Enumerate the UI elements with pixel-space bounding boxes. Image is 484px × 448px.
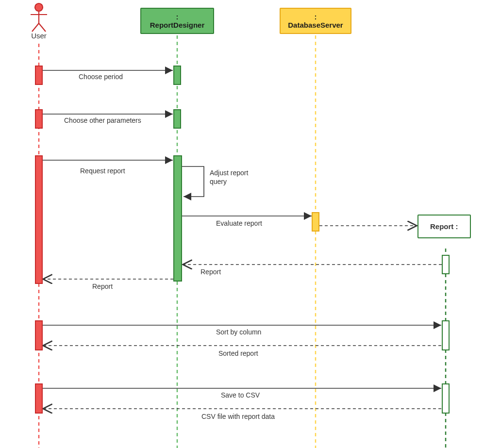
- activation-designer-3: [173, 155, 182, 282]
- message-choose-period: Choose period: [79, 73, 123, 81]
- activation-user-5: [35, 383, 43, 414]
- participant-user-label: User: [31, 32, 47, 40]
- activation-report-1: [442, 255, 450, 274]
- message-save-csv: Save to CSV: [221, 391, 260, 399]
- activation-user-4: [35, 320, 43, 350]
- svg-line-4: [39, 23, 46, 32]
- sequence-diagram: User : ReportDesigner : DatabaseServer R…: [0, 0, 484, 448]
- activation-report-3: [442, 383, 450, 414]
- actor-icon: [31, 3, 47, 32]
- activation-user-1: [35, 66, 43, 85]
- svg-line-3: [32, 23, 39, 32]
- message-choose-params: Choose other parameters: [64, 116, 141, 124]
- participant-report-designer: : ReportDesigner: [140, 8, 214, 34]
- activation-db-1: [312, 212, 319, 232]
- message-request-report: Request report: [80, 167, 125, 175]
- activation-user-2: [35, 109, 43, 129]
- activation-designer-1: [173, 66, 181, 85]
- message-sort-by-column: Sort by column: [216, 328, 261, 336]
- message-adjust-query: Adjust report query: [210, 169, 263, 186]
- message-sorted-report: Sorted report: [218, 349, 258, 357]
- message-report-return-2: Report: [92, 282, 113, 290]
- activation-designer-2: [173, 109, 181, 129]
- participant-report: Report :: [417, 215, 471, 238]
- svg-point-0: [35, 3, 43, 11]
- activation-report-2: [442, 320, 450, 350]
- message-evaluate-report: Evaluate report: [216, 219, 262, 227]
- message-csv-return: CSV file with report data: [201, 413, 275, 420]
- participant-database-server: : DatabaseServer: [280, 8, 351, 34]
- activation-user-3: [35, 155, 43, 284]
- message-report-return-1: Report: [200, 268, 221, 276]
